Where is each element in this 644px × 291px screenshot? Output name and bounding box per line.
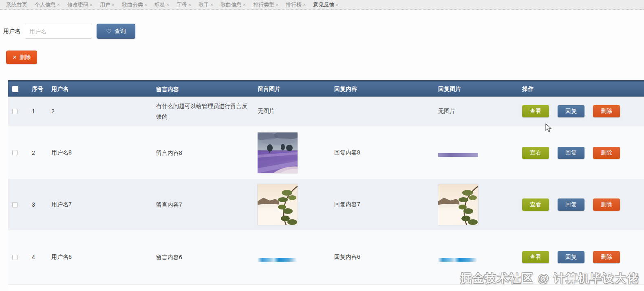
tab-label: 歌手 xyxy=(198,1,209,9)
tab-close-icon[interactable]: × xyxy=(303,2,306,8)
feedback-table: 序号 用户名 留言内容 留言图片 回复内容 回复图片 操作 1 2 有什么问题可… xyxy=(8,80,644,291)
tab-2[interactable]: 修改密码× xyxy=(67,1,93,9)
view-button[interactable]: 查看 xyxy=(522,147,549,159)
search-form: 用户名 ♡ 查询 xyxy=(3,24,644,39)
tab-11[interactable]: 意见反馈× xyxy=(313,1,338,9)
row-index: 3 xyxy=(32,201,51,208)
tab-label: 个人信息 xyxy=(35,1,56,9)
tab-label: 标签 xyxy=(154,1,165,9)
delete-row-button[interactable]: 删除 xyxy=(593,251,620,263)
tab-bar: 系统首页个人信息×修改密码×用户×歌曲分类×标签×字母×歌手×歌曲信息×排行类型… xyxy=(0,0,644,10)
tab-4[interactable]: 歌曲分类× xyxy=(122,1,147,9)
row-username: 用户名7 xyxy=(51,201,156,208)
row-username: 2 xyxy=(51,108,156,115)
bulk-delete-button[interactable]: ✕ 删除 xyxy=(6,51,37,64)
reply-button[interactable]: 回复 xyxy=(558,147,584,159)
username-label: 用户名 xyxy=(3,28,20,35)
row-reply: 回复内容7 xyxy=(334,201,438,208)
row-message-image-cell: 无图片 xyxy=(258,108,334,115)
row-checkbox[interactable] xyxy=(12,202,18,207)
tab-label: 修改密码 xyxy=(67,1,88,9)
row-username: 用户名6 xyxy=(51,254,156,261)
tab-1[interactable]: 个人信息× xyxy=(35,1,60,9)
table-row: 1 2 有什么问题可以给管理员进行留言反馈的 无图片 无图片 查看 回复 删除 xyxy=(8,97,644,126)
table-body: 1 2 有什么问题可以给管理员进行留言反馈的 无图片 无图片 查看 回复 删除 … xyxy=(8,97,644,284)
delete-row-button[interactable]: 删除 xyxy=(593,198,620,211)
tab-9[interactable]: 排行类型× xyxy=(253,1,278,9)
sky-strip-photo[interactable] xyxy=(438,258,477,262)
row-checkbox[interactable] xyxy=(12,150,18,155)
bulk-delete-label: 删除 xyxy=(19,54,31,61)
tab-close-icon[interactable]: × xyxy=(57,2,60,8)
reply-button[interactable]: 回复 xyxy=(558,198,584,211)
row-operations: 查看 回复 删除 xyxy=(520,198,644,211)
delete-row-button[interactable]: 删除 xyxy=(593,105,620,117)
mountain-pine-photo[interactable] xyxy=(258,184,298,225)
tab-close-icon[interactable]: × xyxy=(144,2,147,8)
reply-button[interactable]: 回复 xyxy=(558,105,584,117)
query-button-label: 查询 xyxy=(115,28,126,35)
tab-label: 歌曲分类 xyxy=(122,1,143,9)
delete-row-button[interactable]: 删除 xyxy=(593,147,620,159)
tab-close-icon[interactable]: × xyxy=(243,2,246,8)
tab-close-icon[interactable]: × xyxy=(188,2,191,8)
tab-close-icon[interactable]: × xyxy=(112,2,115,8)
view-button[interactable]: 查看 xyxy=(522,198,549,211)
row-reply-image-cell xyxy=(438,184,520,225)
header-username: 用户名 xyxy=(51,86,156,93)
row-reply: 回复内容8 xyxy=(334,149,438,157)
table-row: 3 用户名7 留言内容7 回复内容7 查看 回复 删除 xyxy=(8,179,644,230)
mountain-pine-photo[interactable] xyxy=(438,184,478,225)
tab-close-icon[interactable]: × xyxy=(90,2,93,8)
header-reply: 回复内容 xyxy=(334,86,438,93)
view-button[interactable]: 查看 xyxy=(522,105,549,117)
header-operations: 操作 xyxy=(520,86,644,93)
main-content: 用户名 ♡ 查询 ✕ 删除 序号 用户名 留言内容 留言图片 回复内容 回复图片… xyxy=(0,24,644,291)
table-header: 序号 用户名 留言内容 留言图片 回复内容 回复图片 操作 xyxy=(8,80,644,97)
header-message-image: 留言图片 xyxy=(258,86,334,93)
row-index: 2 xyxy=(32,150,51,156)
x-icon: ✕ xyxy=(13,55,17,60)
tab-label: 歌曲信息 xyxy=(221,1,242,9)
row-message: 有什么问题可以给管理员进行留言反馈的 xyxy=(156,101,258,122)
tab-7[interactable]: 歌手× xyxy=(198,1,213,9)
row-message: 留言内容6 xyxy=(156,252,258,262)
tab-close-icon[interactable]: × xyxy=(335,2,338,8)
username-input[interactable] xyxy=(25,24,92,39)
tab-close-icon[interactable]: × xyxy=(276,2,278,8)
heart-icon: ♡ xyxy=(106,28,111,34)
row-operations: 查看 回复 删除 xyxy=(520,147,644,159)
query-button[interactable]: ♡ 查询 xyxy=(97,24,135,39)
row-checkbox[interactable] xyxy=(12,109,18,114)
tab-label: 排行类型 xyxy=(253,1,274,9)
row-message: 留言内容8 xyxy=(156,148,258,158)
tab-label: 排行榜 xyxy=(286,1,302,9)
row-reply-image-cell xyxy=(438,148,520,157)
tab-8[interactable]: 歌曲信息× xyxy=(221,1,246,9)
watermark-text: 掘金技术社区 @ 计算机毕设大佬 xyxy=(460,271,639,286)
tab-0[interactable]: 系统首页 xyxy=(6,1,27,9)
view-button[interactable]: 查看 xyxy=(522,251,549,263)
no-image-text: 无图片 xyxy=(438,108,455,115)
reply-button[interactable]: 回复 xyxy=(558,251,584,263)
tab-10[interactable]: 排行榜× xyxy=(286,1,306,9)
tab-5[interactable]: 标签× xyxy=(154,1,169,9)
tab-label: 意见反馈 xyxy=(313,1,334,9)
row-username: 用户名8 xyxy=(51,149,156,157)
select-all-checkbox[interactable] xyxy=(12,86,18,92)
tab-6[interactable]: 字母× xyxy=(176,1,191,9)
tab-close-icon[interactable]: × xyxy=(210,2,213,8)
row-operations: 查看 回复 删除 xyxy=(520,251,644,263)
row-message-image-cell xyxy=(258,132,334,173)
row-message-image-cell xyxy=(258,184,334,225)
tab-close-icon[interactable]: × xyxy=(166,2,169,8)
purple-strip-photo[interactable] xyxy=(438,153,478,157)
sky-strip-photo[interactable] xyxy=(258,258,296,262)
lavender-field-photo[interactable] xyxy=(258,132,298,173)
row-reply: 回复内容6 xyxy=(334,254,438,261)
row-operations: 查看 回复 删除 xyxy=(520,105,644,117)
tab-3[interactable]: 用户× xyxy=(100,1,115,9)
header-message: 留言内容 xyxy=(156,84,258,95)
row-checkbox[interactable] xyxy=(12,255,18,260)
tab-label: 系统首页 xyxy=(6,1,27,9)
